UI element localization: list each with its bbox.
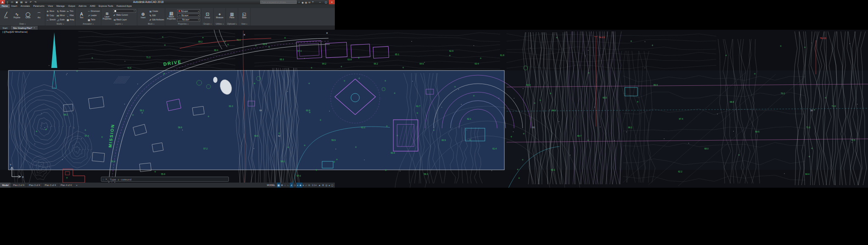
viewport-controls[interactable]: [-][Top][2D Wireframe]	[3, 31, 28, 33]
properties-dropdown-1[interactable]: —ByLayer▾	[177, 14, 200, 17]
plot-icon[interactable]: ⊟	[24, 0, 28, 4]
new-file-icon[interactable]: ▯	[5, 0, 10, 4]
edit-attributes-button[interactable]: ✐Edit Attributes	[149, 18, 164, 22]
panel-title-view[interactable]: View▾	[239, 23, 249, 25]
save-as-icon[interactable]: ▤	[19, 0, 24, 4]
group-button[interactable]: ⊡Group	[202, 8, 212, 23]
app-store-icon[interactable]: ▤	[304, 1, 308, 4]
scale-button[interactable]: ◿Scale	[56, 18, 65, 22]
elevation-label: 63.8	[348, 58, 352, 61]
layout-tab-plan-3-of-4[interactable]: Plan 3 of 4	[43, 183, 58, 188]
polar-tracking-icon[interactable]: ∠	[290, 183, 293, 188]
arc-button[interactable]: ⌒Arc	[34, 8, 44, 23]
properties-dropdown-2[interactable]: – –ByLayer▾	[177, 18, 200, 22]
ribbon-tab-insert[interactable]: Insert	[10, 4, 19, 8]
trim-button[interactable]: ✂Trim	[67, 9, 75, 13]
copy-button[interactable]: ⧉Copy	[46, 14, 56, 17]
ribbon-tab-annotate[interactable]: Annotate	[19, 4, 31, 8]
annotation-visibility-icon[interactable]: ▲	[318, 183, 321, 188]
panel-title-utilities[interactable]: Utilities▾	[214, 23, 225, 25]
annotation-monitor-icon[interactable]: ◎	[325, 183, 328, 188]
stretch-button[interactable]: ⇔Stretch	[46, 18, 56, 22]
layout-tab-model[interactable]: Model	[0, 183, 11, 188]
panel-title-clipboard[interactable]: Clipboard▾	[227, 23, 237, 25]
new-layout-button[interactable]: +	[74, 184, 79, 186]
match-properties-button[interactable]: ▧Match Properties	[166, 8, 176, 23]
file-tab-site-grading-plan[interactable]: Site Grading Plan*✕	[11, 26, 38, 30]
panel-title-modify[interactable]: Modify▾	[46, 23, 74, 25]
ortho-mode-icon[interactable]: ∟	[287, 183, 290, 188]
dropdown-value: ByLayer	[182, 19, 189, 21]
stay-connected-icon[interactable]: ✉	[308, 1, 311, 4]
elevation-label: 66.1	[628, 126, 632, 129]
circle-button[interactable]: ◯Circle	[23, 8, 33, 23]
ribbon-tab-a360[interactable]: A360	[88, 4, 97, 8]
move-button[interactable]: ✛Move	[46, 9, 56, 13]
open-file-icon[interactable]: ▭	[10, 0, 14, 4]
a360-sign-in-icon[interactable]: ◉	[301, 1, 304, 4]
search-icon[interactable]: ⌕	[298, 1, 301, 4]
model-space-toggle[interactable]: MODEL	[266, 184, 277, 186]
layer-dropdown[interactable]: ▾	[113, 9, 136, 13]
dimension-button[interactable]: ↔Dimension	[87, 9, 100, 13]
transparency-icon[interactable]: ▱	[305, 183, 308, 188]
base-button[interactable]: ◱Base	[239, 8, 249, 23]
fillet-button[interactable]: ◟Fillet	[67, 14, 75, 17]
drawing-canvas[interactable]: 69.268.470.166.865.367.064.263.866.265.1…	[0, 30, 868, 188]
leader-button[interactable]: ↗Leader	[87, 14, 100, 17]
array-button[interactable]: ▦Array	[67, 18, 75, 22]
layer-properties-button[interactable]: ⧈Layer Properties	[102, 8, 112, 23]
ribbon-tab-express-tools[interactable]: Express Tools	[97, 4, 115, 8]
snap-mode-icon[interactable]: ⊞	[281, 183, 284, 188]
isometric-drafting-icon[interactable]: ◇	[293, 183, 296, 188]
ribbon-tab-manage[interactable]: Manage	[55, 4, 67, 8]
edit-button[interactable]: ✎Edit	[149, 14, 164, 17]
match-layer-button[interactable]: ⇉Match Layer	[113, 18, 136, 22]
selection-cycling-icon[interactable]: ⧉	[308, 183, 311, 188]
clean-screen-icon[interactable]: ▢	[331, 183, 334, 188]
layout-tab-plan-3-of-4[interactable]: Plan 3 of 4	[27, 183, 42, 188]
close-button[interactable]: ✕	[329, 0, 335, 4]
maximize-button[interactable]: ▢	[323, 0, 329, 4]
layout-tab-plan-4-of-4[interactable]: Plan 4 of 4	[58, 183, 74, 188]
ribbon-tab-add-ins[interactable]: Add-ins	[77, 4, 88, 8]
close-tab-icon[interactable]: ✕	[33, 27, 35, 29]
panel-title-layers[interactable]: Layers▾	[102, 23, 136, 25]
properties-dropdown-0[interactable]: ByLayer▾	[177, 9, 200, 13]
workspace-switching-icon[interactable]: ⚙	[321, 183, 325, 188]
rotate-button[interactable]: ↻Rotate	[56, 9, 65, 13]
panel-title-groups[interactable]: Groups▾	[202, 23, 212, 25]
text-button[interactable]: AText	[76, 8, 86, 23]
ribbon-tab-featured-apps[interactable]: Featured Apps	[115, 4, 134, 8]
save-icon[interactable]: ▣	[14, 0, 19, 4]
file-tab-start[interactable]: Start	[0, 26, 11, 30]
mirror-button[interactable]: ⋈Mirror	[56, 14, 65, 17]
redo-icon[interactable]: ↷	[33, 0, 38, 4]
create-button[interactable]: ⊞Create	[149, 9, 164, 13]
undo-icon[interactable]: ↶	[28, 0, 33, 4]
application-menu-button[interactable]: A	[0, 0, 5, 4]
measure-button[interactable]: ⌖Measure	[214, 8, 225, 23]
help-icon[interactable]: ?	[311, 1, 314, 4]
grid-display-icon[interactable]: ▦	[277, 183, 280, 188]
ribbon-tab-view[interactable]: View	[46, 4, 55, 8]
object-snap-icon[interactable]: ◈	[299, 183, 302, 188]
ribbon-tab-parametric[interactable]: Parametric	[31, 4, 46, 8]
paste-button[interactable]: ▥Paste	[227, 8, 237, 23]
panel-title-draw[interactable]: Draw▾	[1, 23, 44, 25]
annotation-scale[interactable]: 1:1 ▾	[311, 184, 317, 186]
panel-title-block[interactable]: Block▾	[138, 23, 164, 25]
ribbon-tab-output[interactable]: Output	[67, 4, 77, 8]
table-button[interactable]: ▦Table	[87, 18, 100, 22]
layout-tab-plan-2-of-4[interactable]: Plan 2 of 4	[11, 183, 27, 188]
command-line[interactable]: ∷ >_ Type a command	[101, 177, 229, 182]
panel-title-properties[interactable]: Properties▾	[166, 23, 200, 25]
insert-button[interactable]: ⊕Insert	[138, 8, 148, 23]
ribbon-tab-home[interactable]: Home	[0, 4, 10, 8]
make-current-button[interactable]: ✔Make Current	[113, 13, 136, 17]
search-input[interactable]	[260, 0, 297, 4]
minimize-button[interactable]: ─	[317, 0, 323, 4]
line-button[interactable]: ╱Line	[1, 8, 11, 23]
polyline-button[interactable]: ∿Polyline	[12, 8, 22, 23]
panel-title-annotation[interactable]: Annotation▾	[76, 23, 100, 25]
